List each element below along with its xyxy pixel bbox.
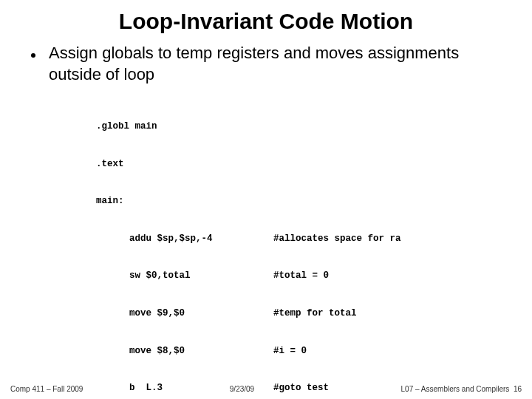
code-comment: #total = 0: [273, 270, 329, 282]
code-block: .globl main .text main: addu $sp,$sp,-4#…: [0, 85, 532, 399]
code-left: .text: [96, 158, 273, 171]
bullet-row: Assign globals to temp registers and mov…: [0, 43, 532, 85]
footer: Comp 411 – Fall 2009 9/23/09 L07 – Assem…: [0, 385, 532, 393]
code-left: main:: [96, 195, 273, 208]
code-comment: #i = 0: [273, 345, 307, 358]
code-left: sw $0,total: [96, 270, 273, 282]
slide-title: Loop-Invariant Code Motion: [0, 0, 532, 43]
footer-right-label: L07 – Assemblers and Compilers: [401, 385, 510, 393]
code-left: addu $sp,$sp,-4: [96, 233, 273, 245]
footer-center: 9/23/09: [83, 385, 400, 393]
code-comment: #temp for total: [273, 307, 357, 320]
code-comment: #allocates space for ra: [273, 233, 401, 245]
footer-right: L07 – Assemblers and Compilers 16: [401, 385, 522, 393]
code-left: move $8,$0: [96, 345, 273, 358]
footer-page-number: 16: [514, 385, 522, 393]
footer-left: Comp 411 – Fall 2009: [10, 385, 83, 393]
bullet-text: Assign globals to temp registers and mov…: [49, 43, 502, 85]
bullet-dot-icon: [31, 53, 35, 58]
code-left: .globl main: [96, 120, 273, 133]
code-left: move $9,$0: [96, 307, 273, 320]
